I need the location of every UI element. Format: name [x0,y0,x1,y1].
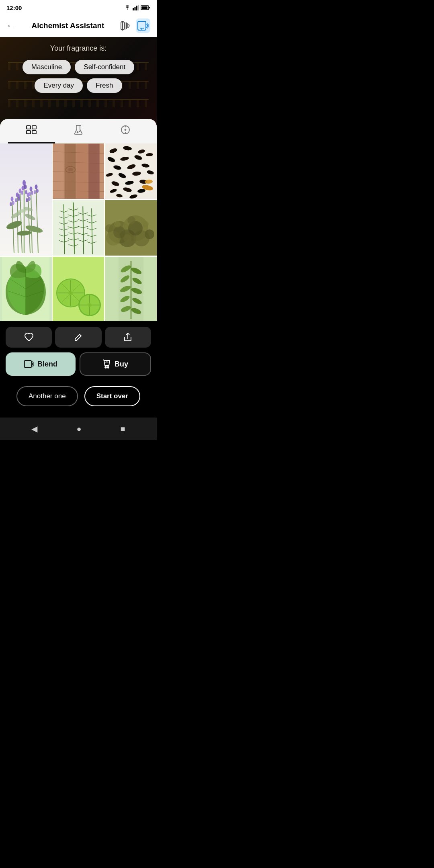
buy-button[interactable]: Buy [80,352,151,376]
svg-rect-17 [27,131,31,134]
rosemary-image [53,200,104,256]
blend-button[interactable]: Blend [6,352,76,376]
device-icon [137,20,149,31]
svg-rect-0 [133,8,134,10]
status-time: 12:00 [6,4,22,11]
herb-image [105,200,157,256]
start-over-button[interactable]: Start over [84,386,140,406]
svg-point-42 [15,198,17,202]
grid-item-lime[interactable] [53,257,104,321]
grid-item-seeds[interactable] [105,143,157,199]
svg-line-29 [36,189,38,253]
grid-item-rosemary[interactable] [53,200,104,256]
buy-label: Buy [115,360,128,368]
blend-icon [24,359,34,369]
ingredient-grid [0,143,157,321]
header: ← Alchemist Assistant [0,14,157,37]
another-one-button[interactable]: Another one [16,386,78,406]
battery-icon [141,5,150,10]
svg-point-161 [127,216,135,224]
svg-line-31 [31,191,32,253]
hero-text: Your fragrance is: Masculine Self-confid… [0,37,157,93]
card-panel [0,119,157,321]
olive-image [119,257,143,321]
svg-point-163 [145,229,154,239]
nav-back-icon: ◀ [31,424,37,433]
svg-point-49 [30,186,33,191]
edit-button[interactable] [55,327,101,348]
svg-point-21 [79,131,80,132]
svg-line-28 [28,197,30,253]
share-button[interactable] [105,327,151,348]
svg-point-38 [11,197,14,201]
svg-rect-18 [32,131,36,134]
alt-button-row: Another one Start over [0,381,157,418]
signal-icon [133,5,139,10]
flask-icon [74,125,83,137]
svg-rect-2 [136,6,137,10]
svg-point-74 [68,168,73,171]
grid-item-wood[interactable] [53,143,104,199]
svg-rect-3 [138,5,139,10]
device-button[interactable] [136,18,150,33]
status-icons [124,5,150,10]
svg-point-20 [77,132,78,133]
svg-point-178 [68,291,73,295]
tag-masculine: Masculine [23,60,71,74]
svg-point-23 [125,129,126,131]
svg-point-37 [25,190,27,194]
tab-grid[interactable] [8,125,55,143]
tab-bar [0,119,157,143]
heart-icon [24,333,34,342]
blend-label: Blend [37,360,57,368]
svg-rect-15 [27,126,31,129]
svg-point-35 [24,184,27,189]
favorite-button[interactable] [6,327,52,348]
svg-point-164 [105,224,113,232]
shelf-row-3 [8,99,149,100]
svg-rect-67 [99,144,104,199]
svg-rect-66 [88,144,100,199]
grid-icon [26,125,37,137]
action-row [0,321,157,350]
svg-point-45 [18,194,20,198]
svg-point-159 [123,234,131,242]
svg-rect-6 [149,7,150,8]
svg-rect-215 [25,360,31,368]
nav-home-icon: ● [76,424,81,433]
svg-point-48 [28,197,31,201]
svg-point-160 [114,221,121,227]
header-actions [117,18,150,33]
status-bar: 12:00 [0,0,157,14]
tab-target[interactable] [102,125,149,143]
nav-back-button[interactable]: ◀ [27,420,41,438]
nav-recents-button[interactable]: ■ [116,420,129,438]
grid-item-olive[interactable] [105,257,157,321]
tab-flask[interactable] [55,125,102,143]
scan-button[interactable] [117,18,132,33]
page-title: Alchemist Assistant [18,21,117,30]
wifi-icon [124,5,131,10]
svg-point-157 [113,226,125,238]
grid-item-lavender[interactable] [0,143,52,256]
svg-point-59 [25,213,37,221]
svg-point-217 [107,366,109,368]
nav-home-button[interactable]: ● [72,420,85,438]
scan-icon [119,20,130,31]
share-icon [123,332,132,342]
grid-item-leaf[interactable] [0,257,52,321]
tag-fresh: Fresh [87,78,122,93]
tag-every-day: Every day [35,78,83,93]
tag-self-confident: Self-confident [75,60,134,74]
svg-point-52 [35,184,38,189]
back-button[interactable]: ← [6,19,18,33]
svg-rect-5 [141,6,147,9]
svg-rect-65 [76,144,88,199]
svg-point-216 [105,366,106,368]
grid-item-herb[interactable] [105,200,157,256]
buy-icon [102,359,111,369]
svg-point-50 [29,192,31,196]
svg-point-53 [34,190,36,194]
nav-recents-icon: ■ [120,424,125,433]
lavender-image [2,145,49,255]
